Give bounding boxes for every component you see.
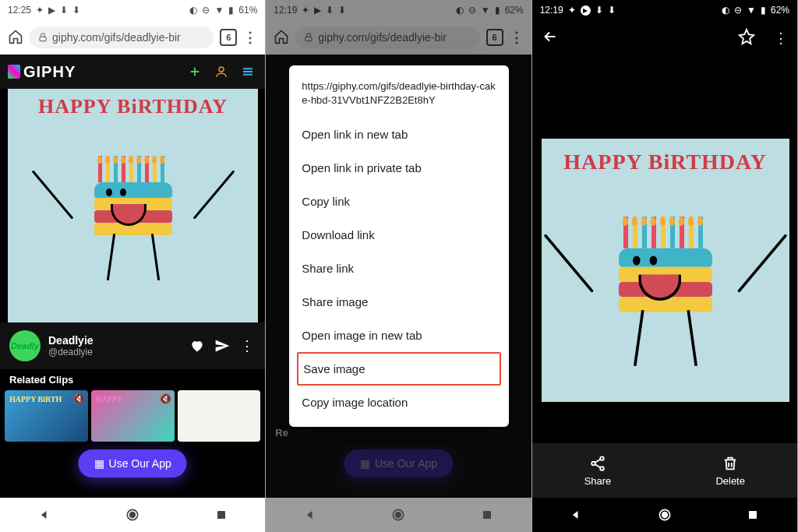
- gif-image[interactable]: HAPPY BiRTHDAY: [8, 89, 258, 322]
- download-icon: ⬇: [595, 5, 603, 16]
- menu-title: https://giphy.com/gifs/deadlyie-birthday…: [289, 76, 509, 118]
- cake-illustration: [83, 125, 184, 280]
- nav-home[interactable]: [390, 507, 406, 523]
- nav-recent[interactable]: [479, 507, 495, 523]
- related-clips: HAPPY BiRTH 🔇 HAPPY 🔇: [0, 390, 265, 442]
- nav-back[interactable]: [37, 507, 52, 523]
- download-icon-2: ⬇: [72, 5, 80, 16]
- tab-count[interactable]: 6: [220, 29, 237, 46]
- vibrate-icon: ◐: [722, 5, 729, 16]
- author-row: Deadly Deadlyie @deadlyie ⋮: [0, 322, 265, 369]
- menu-save-image[interactable]: Save image: [297, 352, 501, 386]
- wifi-icon: ▼: [214, 5, 224, 16]
- play-icon: ▶: [48, 5, 55, 16]
- svg-rect-4: [217, 511, 225, 519]
- home-icon[interactable]: [8, 29, 23, 47]
- menu-open-image-new-tab[interactable]: Open image in new tab: [289, 319, 509, 352]
- more-icon[interactable]: ⋮: [774, 30, 788, 47]
- nav-back[interactable]: [568, 507, 584, 523]
- giphy-logo-icon: [8, 65, 20, 79]
- svg-point-3: [130, 513, 136, 518]
- screen-1: 12:25 ✦ ▶ ⬇ ⬇ ◐ ⊖ ▼ ▮ 61% giphy.com/gifs…: [0, 0, 266, 532]
- send-icon[interactable]: [214, 337, 231, 354]
- clip-2[interactable]: HAPPY 🔇: [91, 390, 175, 442]
- battery-icon: ▮: [761, 5, 766, 16]
- hamburger-icon[interactable]: [238, 62, 257, 81]
- battery-pct: 62%: [771, 5, 789, 16]
- menu-download-link[interactable]: Download link: [289, 218, 509, 252]
- svg-rect-0: [40, 37, 46, 41]
- avatar[interactable]: Deadly: [9, 330, 41, 361]
- cake-illustration: [605, 179, 726, 366]
- play-icon: ▶: [581, 5, 591, 16]
- back-icon[interactable]: [542, 28, 559, 48]
- cleanup-icon: ✦: [36, 5, 44, 16]
- favorite-icon[interactable]: [189, 337, 206, 354]
- nav-recent[interactable]: [745, 507, 761, 523]
- nav-back[interactable]: [302, 507, 318, 523]
- nav-home[interactable]: [125, 507, 140, 523]
- system-nav: [532, 498, 797, 532]
- svg-rect-8: [483, 511, 491, 519]
- battery-icon: ▮: [228, 5, 234, 16]
- dnd-icon: ⊖: [202, 5, 210, 16]
- delete-button[interactable]: Delete: [715, 455, 745, 487]
- menu-open-new-tab[interactable]: Open link in new tab: [289, 118, 509, 151]
- menu-share-link[interactable]: Share link: [289, 252, 509, 285]
- mute-icon: 🔇: [73, 393, 85, 404]
- wifi-icon: ▼: [747, 5, 756, 16]
- url-text: giphy.com/gifs/deadlyie-bir: [52, 31, 181, 44]
- screen-3: 12:19 ✦ ▶ ⬇ ⬇ ◐ ⊖ ▼ ▮ 62% ⋮ HAPPY BiRTHD…: [532, 0, 798, 532]
- author-handle: @deadlyie: [48, 347, 94, 358]
- user-icon[interactable]: [212, 62, 231, 81]
- giphy-app-icon: ▦: [94, 457, 104, 470]
- author-name[interactable]: Deadlyie: [48, 334, 94, 347]
- menu-share-image[interactable]: Share image: [289, 285, 509, 319]
- download-icon: ⬇: [60, 5, 68, 16]
- url-bar[interactable]: giphy.com/gifs/deadlyie-bir: [30, 26, 214, 48]
- nav-home[interactable]: [657, 507, 673, 523]
- system-nav: [0, 498, 265, 532]
- status-time: 12:19: [540, 5, 563, 16]
- use-app-button[interactable]: ▦ Use Our App: [79, 449, 187, 477]
- status-bar: 12:19 ✦ ▶ ⬇ ⬇ ◐ ⊖ ▼ ▮ 62%: [532, 0, 797, 20]
- more-icon[interactable]: ⋮: [238, 337, 256, 354]
- dnd-icon: ⊖: [734, 5, 742, 16]
- upload-icon[interactable]: [185, 62, 204, 81]
- share-button[interactable]: Share: [584, 455, 612, 487]
- menu-open-private[interactable]: Open link in private tab: [289, 151, 509, 185]
- context-menu: https://giphy.com/gifs/deadlyie-birthday…: [289, 65, 509, 427]
- status-bar: 12:25 ✦ ▶ ⬇ ⬇ ◐ ⊖ ▼ ▮ 61%: [0, 0, 265, 20]
- menu-copy-image-location[interactable]: Copy image location: [289, 386, 509, 419]
- mute-icon: 🔇: [160, 393, 171, 404]
- giphy-header: GIPHY: [0, 55, 265, 89]
- status-time: 12:25: [8, 5, 31, 16]
- star-icon[interactable]: [738, 28, 755, 48]
- screen-2: 12:19 ✦ ▶ ⬇ ⬇ ◐ ⊖ ▼ ▮ 62% giphy.com/gifs…: [266, 0, 531, 532]
- svg-point-1: [219, 67, 224, 72]
- viewer-toolbar: ⋮: [532, 20, 797, 56]
- menu-copy-link[interactable]: Copy link: [289, 185, 509, 218]
- clip-1[interactable]: HAPPY BiRTH 🔇: [5, 390, 88, 442]
- svg-rect-14: [749, 511, 757, 519]
- browser-menu-icon[interactable]: ⋮: [243, 29, 257, 46]
- gif-viewer[interactable]: HAPPY BiRTHDAY: [542, 139, 789, 402]
- related-clips-label: Related Clips: [0, 369, 265, 390]
- clip-3[interactable]: [178, 390, 261, 442]
- viewer-action-bar: Share Delete: [532, 443, 797, 498]
- download-icon-2: ⬇: [608, 5, 616, 16]
- nav-recent[interactable]: [214, 507, 229, 523]
- cleanup-icon: ✦: [568, 5, 576, 16]
- svg-point-13: [662, 513, 667, 518]
- svg-point-7: [396, 513, 401, 518]
- vibrate-icon: ◐: [189, 5, 197, 16]
- gif-caption: HAPPY BiRTHDAY: [563, 150, 767, 174]
- gif-caption: HAPPY BiRTHDAY: [38, 95, 228, 118]
- giphy-logo[interactable]: GIPHY: [8, 63, 76, 81]
- browser-toolbar: giphy.com/gifs/deadlyie-bir 6 ⋮: [0, 20, 265, 55]
- system-nav: [266, 498, 531, 532]
- battery-pct: 61%: [238, 5, 257, 16]
